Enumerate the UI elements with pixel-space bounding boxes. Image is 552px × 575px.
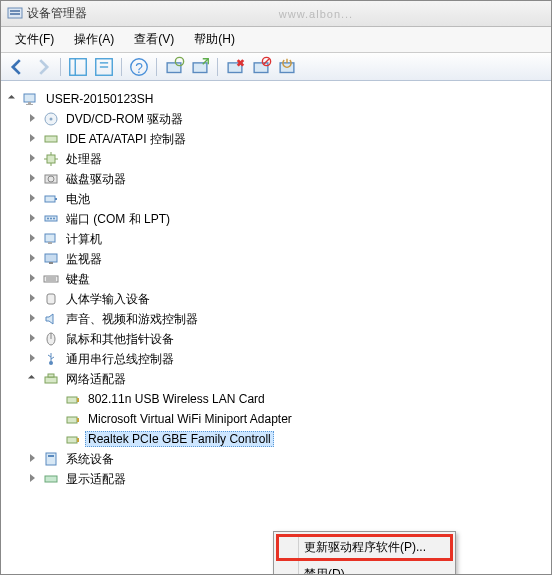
svg-rect-58 <box>77 438 79 442</box>
tree-item-label: 计算机 <box>63 230 105 249</box>
tree-subitem-label: Realtek PCIe GBE Family Controll <box>85 431 274 447</box>
expander-icon[interactable] <box>27 152 41 166</box>
expander-icon[interactable] <box>27 132 41 146</box>
svg-rect-43 <box>44 276 58 282</box>
svg-rect-34 <box>55 198 57 200</box>
tree-item[interactable]: 网络适配器 <box>5 369 547 389</box>
device-icon <box>43 371 59 387</box>
tree-item-label: 显示适配器 <box>63 470 129 489</box>
expander-icon[interactable] <box>27 332 41 346</box>
tree-item[interactable]: 声音、视频和游戏控制器 <box>5 309 547 329</box>
menu-file[interactable]: 文件(F) <box>7 29 62 50</box>
tree-item[interactable]: 鼠标和其他指针设备 <box>5 329 547 349</box>
tree-item[interactable]: DVD/CD-ROM 驱动器 <box>5 109 547 129</box>
expander-icon[interactable] <box>27 192 41 206</box>
tree-item[interactable]: 端口 (COM 和 LPT) <box>5 209 547 229</box>
tb-disable[interactable] <box>249 56 273 78</box>
tree-item-label: 通用串行总线控制器 <box>63 350 177 369</box>
svg-rect-41 <box>45 254 57 262</box>
tree-item-label: 电池 <box>63 190 93 209</box>
tree-item[interactable]: 人体学输入设备 <box>5 289 547 309</box>
svg-rect-52 <box>48 374 54 377</box>
context-menu: 更新驱动程序软件(P)... 禁用(D) 卸载(U) 扫描检测硬件改动(A) 属… <box>273 531 456 575</box>
expander-icon[interactable] <box>27 292 41 306</box>
svg-rect-2 <box>10 13 20 15</box>
tb-show-hide[interactable] <box>66 56 90 78</box>
svg-rect-26 <box>47 155 55 163</box>
address-blur: www.albon... <box>87 8 545 20</box>
tree-item[interactable]: 显示适配器 <box>5 469 547 489</box>
expander-icon[interactable] <box>27 212 41 226</box>
expander-icon[interactable] <box>27 452 41 466</box>
expander-icon <box>49 412 63 426</box>
toolbar-sep <box>217 58 218 76</box>
expander-icon[interactable] <box>27 472 41 486</box>
tree-item-label: 端口 (COM 和 LPT) <box>63 210 173 229</box>
device-icon <box>43 151 59 167</box>
svg-rect-10 <box>167 62 181 72</box>
svg-rect-56 <box>77 418 79 422</box>
device-icon <box>43 131 59 147</box>
tree-item[interactable]: IDE ATA/ATAPI 控制器 <box>5 129 547 149</box>
svg-rect-1 <box>10 10 20 12</box>
svg-rect-21 <box>28 102 31 104</box>
tb-update[interactable] <box>188 56 212 78</box>
svg-point-38 <box>53 218 55 220</box>
tree-item[interactable]: 磁盘驱动器 <box>5 169 547 189</box>
expander-icon <box>49 392 63 406</box>
tb-help[interactable]: ? <box>127 56 151 78</box>
tree-item[interactable]: 电池 <box>5 189 547 209</box>
ctx-update-driver[interactable]: 更新驱动程序软件(P)... <box>276 534 453 561</box>
tree-subitem-label: Microsoft Virtual WiFi Miniport Adapter <box>85 411 295 427</box>
svg-rect-46 <box>47 294 55 304</box>
tree-item[interactable]: 系统设备 <box>5 449 547 469</box>
svg-point-37 <box>50 218 52 220</box>
tb-properties[interactable] <box>92 56 116 78</box>
tb-scan[interactable] <box>162 56 186 78</box>
tb-enable[interactable] <box>275 56 299 78</box>
tree-item-label: 声音、视频和游戏控制器 <box>63 310 201 329</box>
network-adapter-icon <box>65 431 81 447</box>
menu-help[interactable]: 帮助(H) <box>186 29 243 50</box>
expander-icon[interactable] <box>27 112 41 126</box>
svg-rect-59 <box>46 453 56 465</box>
menu-bar: 文件(F) 操作(A) 查看(V) 帮助(H) <box>1 27 551 53</box>
svg-rect-22 <box>26 104 33 105</box>
app-icon <box>7 6 23 22</box>
title-bar: 设备管理器 www.albon... <box>1 1 551 27</box>
tb-forward[interactable] <box>31 56 55 78</box>
svg-rect-51 <box>45 377 57 383</box>
expander-icon[interactable] <box>27 252 41 266</box>
tree-item-label: 鼠标和其他指针设备 <box>63 330 177 349</box>
device-icon <box>43 471 59 487</box>
tb-back[interactable] <box>5 56 29 78</box>
svg-rect-53 <box>67 397 77 403</box>
tree-item[interactable]: 处理器 <box>5 149 547 169</box>
device-icon <box>43 211 59 227</box>
tree-subitem[interactable]: 802.11n USB Wireless LAN Card <box>5 389 547 409</box>
tree-subitem[interactable]: Microsoft Virtual WiFi Miniport Adapter <box>5 409 547 429</box>
menu-action[interactable]: 操作(A) <box>66 29 122 50</box>
toolbar-sep <box>121 58 122 76</box>
tree-item[interactable]: 键盘 <box>5 269 547 289</box>
expander-icon[interactable] <box>27 352 41 366</box>
device-icon <box>43 311 59 327</box>
tree-item-label: 监视器 <box>63 250 105 269</box>
tb-uninstall[interactable] <box>223 56 247 78</box>
tree-item[interactable]: 监视器 <box>5 249 547 269</box>
expander-icon[interactable] <box>7 92 21 106</box>
tree-subitem[interactable]: Realtek PCIe GBE Family Controll <box>5 429 547 449</box>
tree-item-label: IDE ATA/ATAPI 控制器 <box>63 130 189 149</box>
expander-icon[interactable] <box>27 172 41 186</box>
toolbar: ? <box>1 53 551 81</box>
expander-icon[interactable] <box>27 272 41 286</box>
ctx-disable[interactable]: 禁用(D) <box>276 561 453 575</box>
tree-root[interactable]: USER-20150123SH <box>5 89 547 109</box>
expander-icon[interactable] <box>27 372 41 386</box>
menu-view[interactable]: 查看(V) <box>126 29 182 50</box>
device-icon <box>43 291 59 307</box>
tree-item[interactable]: 通用串行总线控制器 <box>5 349 547 369</box>
tree-item[interactable]: 计算机 <box>5 229 547 249</box>
expander-icon[interactable] <box>27 232 41 246</box>
expander-icon[interactable] <box>27 312 41 326</box>
